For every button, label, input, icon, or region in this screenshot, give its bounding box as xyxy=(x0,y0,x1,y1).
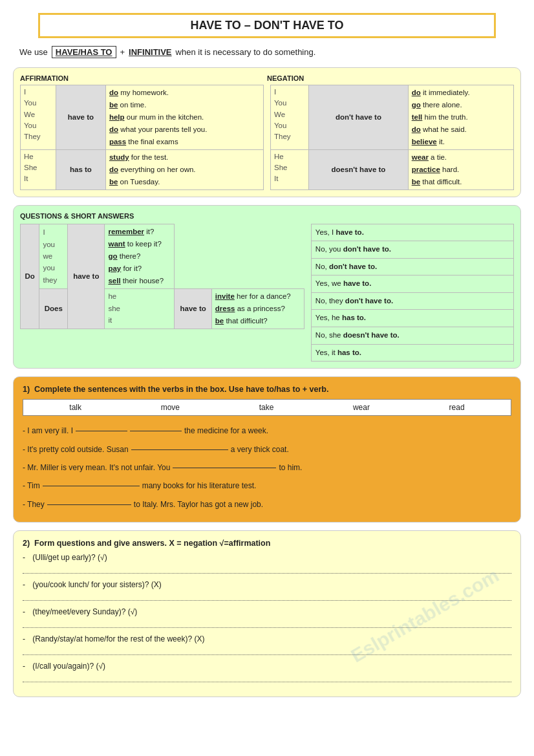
neg-actions-1: do it immediately. go there alone. tell … xyxy=(408,85,513,150)
word-read: read xyxy=(449,403,465,412)
aff-subjects-2: HeSheIt xyxy=(21,149,56,189)
qa-answers-table: Yes, I have to. No, you don't have to. N… xyxy=(311,224,514,362)
ex1-title: 1) Complete the sentences with the verbs… xyxy=(23,385,511,394)
page-title: HAVE TO – DON'T HAVE TO xyxy=(38,13,495,38)
ex1-sentence-5: - They to Italy. Mrs. Taylor has got a n… xyxy=(23,496,511,513)
qa-actions-2: invite her for a dance? dress as a princ… xyxy=(211,288,304,329)
neg-subjects-2: HeSheIt xyxy=(271,149,309,189)
ex1-sentences: - I am very ill. I the medicine for a we… xyxy=(23,422,511,513)
aff-actions-1: do my homework. be on time. help our mum… xyxy=(105,85,263,150)
affirmation-negation-section: AFFIRMATION NEGATION IYouWeYouThey have … xyxy=(13,67,521,197)
qa-questions: Do Iyouweyouthey have to remember it? wa… xyxy=(20,224,304,362)
do-cell-1: Do xyxy=(21,224,39,329)
affirmation-label: AFFIRMATION xyxy=(20,74,267,82)
aff-verb-2: has to xyxy=(56,149,105,189)
intro-formula: HAVE/HAS TO xyxy=(52,46,116,58)
aff-verb-1: have to xyxy=(56,85,105,150)
word-move: move xyxy=(161,403,180,412)
qa-answer-4: Yes, we have to. xyxy=(311,275,513,293)
qa-table: Do Iyouweyouthey have to remember it? wa… xyxy=(20,224,304,329)
qa-subjects-1: Iyouweyouthey xyxy=(39,224,68,288)
neg-subjects-1: IYouWeYouThey xyxy=(271,85,309,150)
neg-verb-1: don't have to xyxy=(309,85,409,150)
ex2-item-5: - (I/call you/again)? (√) xyxy=(23,662,511,682)
ex1-sentence-3: - Mr. Miller is very mean. It's not unfa… xyxy=(23,459,511,476)
word-wear: wear xyxy=(353,403,370,412)
qa-answers-block: Yes, I have to. No, you don't have to. N… xyxy=(311,224,514,362)
qa-answer-8: Yes, it has to. xyxy=(311,344,513,362)
qa-haveto-2: have to xyxy=(175,288,211,329)
exercise2-section: 2) Form questions and give answers. X = … xyxy=(13,530,521,697)
qa-answer-7: No, she doesn't have to. xyxy=(311,327,513,345)
qa-answer-1: Yes, I have to. xyxy=(311,224,513,241)
questions-label: QUESTIONS & SHORT ANSWERS xyxy=(20,212,514,220)
ex1-sentence-2: - It's pretty cold outside. Susan a very… xyxy=(23,441,511,458)
do-cell-2: Does xyxy=(39,288,68,329)
ex2-item-1: - (Ulli/get up early)? (√) xyxy=(23,553,511,574)
qa-actions-1: remember it? want to keep it? go there? … xyxy=(105,224,175,288)
negation-table: IYouWeYouThey don't have to do it immedi… xyxy=(270,85,514,190)
intro-plus: + xyxy=(120,47,125,57)
qa-answer-6: Yes, he has to. xyxy=(311,310,513,327)
word-talk: talk xyxy=(69,403,81,412)
aff-actions-2: study for the test. do everything on her… xyxy=(105,149,263,189)
aff-subjects-1: IYouWeYouThey xyxy=(21,85,56,150)
ex2-item-4: - (Randy/stay/at home/for the rest of th… xyxy=(23,634,511,655)
ex2-item-2: - (you/cook lunch/ for your sisters)? (X… xyxy=(23,580,511,601)
exercise1-section: 1) Complete the sentences with the verbs… xyxy=(13,376,521,523)
neg-actions-2: wear a tie. practice hard. be that diffi… xyxy=(408,149,513,189)
qa-haveto-1: have to xyxy=(68,224,105,329)
neg-verb-2: doesn't have to xyxy=(309,149,409,189)
ex2-item-3: - (they/meet/every Sunday)? (√) xyxy=(23,607,511,628)
intro-prefix: We use xyxy=(19,47,48,57)
ex1-sentence-1: - I am very ill. I the medicine for a we… xyxy=(23,422,511,439)
ex1-sentence-4: - Tim many books for his literature test… xyxy=(23,477,511,494)
affirmation-table: IYouWeYouThey have to do my homework. be… xyxy=(20,85,264,190)
intro-suffix: when it is necessary to do something. xyxy=(176,47,316,57)
ex2-title: 2) Form questions and give answers. X = … xyxy=(23,539,511,548)
negation-label: NEGATION xyxy=(267,74,514,82)
qa-answer-5: No, they don't have to. xyxy=(311,292,513,310)
intro-infinitive: INFINITIVE xyxy=(129,47,171,57)
word-take: take xyxy=(259,403,274,412)
qa-answer-3: No, don't have to. xyxy=(311,258,513,275)
intro-line: We use HAVE/HAS TO + INFINITIVE when it … xyxy=(13,46,521,58)
qa-answer-2: No, you don't have to. xyxy=(311,241,513,259)
qa-subjects-2: hesheit xyxy=(105,288,175,329)
ex1-word-box: talk move take wear read xyxy=(23,399,511,416)
questions-section: QUESTIONS & SHORT ANSWERS Do Iyouweyouth… xyxy=(13,205,521,369)
